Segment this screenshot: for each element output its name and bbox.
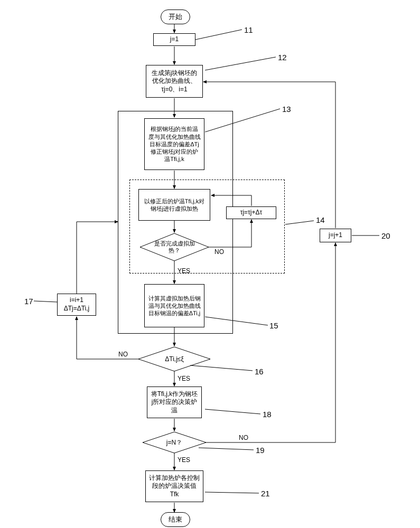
step-20-text: j=j+1 — [329, 231, 342, 240]
terminal-end-text: 结束 — [169, 515, 182, 523]
terminal-start: 开始 — [161, 10, 190, 24]
ref-19: 19 — [256, 446, 265, 455]
ref-15: 15 — [269, 321, 278, 330]
ref-17: 17 — [24, 297, 33, 306]
ref-14: 14 — [316, 215, 325, 224]
step-13: 根据钢坯j的当前温度与其优化加热曲线目标温度的偏差ΔTj修正钢坯j对应的炉温Tf… — [144, 118, 204, 170]
svg-line-17 — [285, 221, 314, 224]
svg-line-19 — [190, 365, 253, 371]
ref-20: 20 — [381, 231, 390, 240]
step-11-text: j=1 — [170, 35, 179, 44]
svg-line-23 — [34, 301, 57, 302]
label-d14-yes: YES — [178, 267, 190, 275]
svg-line-22 — [205, 492, 259, 493]
ref-18: 18 — [263, 410, 272, 419]
step-11: j=1 — [153, 33, 195, 46]
decision-14-text: 是否完成虚拟加热？ — [153, 240, 195, 254]
step-13-text: 根据钢坯j的当前温度与其优化加热曲线目标温度的偏差ΔTj修正钢坯j对应的炉温Tf… — [148, 125, 201, 163]
ref-12: 12 — [278, 53, 287, 62]
decision-19-text: j=N？ — [163, 439, 186, 446]
svg-line-15 — [205, 57, 276, 70]
ref-16: 16 — [255, 367, 264, 376]
step-15-text: 计算其虚拟加热后钢温与其优化加热曲线目标钢温的偏差ΔTi,j — [148, 295, 201, 317]
step-18: 将Tfi,j,k作为钢坯j所对应的决策炉温 — [147, 386, 202, 418]
step-14b-text: τj=τj+Δτ — [240, 209, 263, 217]
step-18-text: 将Tfi,j,k作为钢坯j所对应的决策炉温 — [151, 390, 198, 415]
ref-21: 21 — [261, 489, 270, 498]
svg-line-14 — [195, 30, 242, 40]
step-12: 生成第j块钢坯的优化加热曲线、τj=0、i=1 — [146, 65, 203, 98]
step-15: 计算其虚拟加热后钢温与其优化加热曲线目标钢温的偏差ΔTi,j — [144, 284, 204, 327]
label-d16-yes: YES — [178, 375, 190, 382]
terminal-start-text: 开始 — [169, 13, 182, 21]
decision-16-text: ΔTi,j≤ξ — [156, 355, 192, 363]
step-14b: τj=τj+Δτ — [226, 206, 276, 219]
svg-line-21 — [199, 448, 254, 450]
label-d19-no: NO — [239, 434, 248, 441]
terminal-end: 结束 — [161, 512, 190, 527]
step-12-text: 生成第j块钢坯的优化加热曲线、τj=0、i=1 — [150, 69, 199, 94]
step-20: j=j+1 — [320, 229, 351, 242]
label-d16-no: NO — [118, 351, 128, 358]
svg-line-20 — [205, 409, 260, 414]
step-17: i=i+1 ΔTj=ΔTi,j — [57, 294, 96, 316]
ref-11: 11 — [244, 25, 253, 34]
step-21-text: 计算加热炉各控制段的炉温决策值Tfk — [149, 474, 200, 499]
step-21: 计算加热炉各控制段的炉温决策值Tfk — [145, 470, 203, 502]
step-17-text: i=i+1 ΔTj=ΔTi,j — [64, 296, 90, 313]
step-14a: 以修正后的炉温Tfi,j,k对钢坯j进行虚拟加热 — [138, 189, 210, 221]
label-d19-yes: YES — [178, 456, 190, 464]
label-d14-no: NO — [214, 248, 224, 256]
step-14a-text: 以修正后的炉温Tfi,j,k对钢坯j进行虚拟加热 — [142, 197, 207, 213]
ref-13: 13 — [282, 105, 291, 114]
